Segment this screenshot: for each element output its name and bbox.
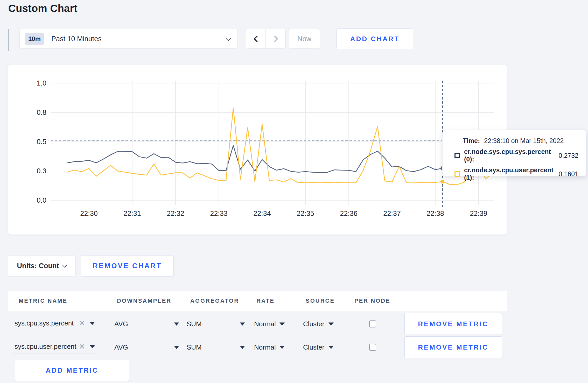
caret-down-icon <box>279 322 285 325</box>
remove-chart-button[interactable]: REMOVE CHART <box>81 255 174 276</box>
rate-value: Normal <box>254 320 276 328</box>
metric-row-user: sys.cpu.user.percent ✕ AVG SUM Normal Cl… <box>8 336 507 358</box>
remove-chart-label: REMOVE CHART <box>93 262 162 270</box>
y-axis-tick-label: 1.0 <box>37 79 46 87</box>
header-aggregator: AGGREGATOR <box>190 291 239 311</box>
user-series-legend-icon <box>454 171 460 177</box>
add-metric-label: ADD METRIC <box>46 366 98 374</box>
metric-name-value: sys.cpu.user.percent <box>15 343 76 351</box>
remove-metric-label: REMOVE METRIC <box>418 343 488 351</box>
x-axis-tick-label: 22:35 <box>297 210 314 217</box>
downsampler-select[interactable]: AVG <box>114 320 179 328</box>
tooltip-user-label: cr.node.sys.cpu.user.percent (1): <box>464 166 555 181</box>
remove-metric-label: REMOVE METRIC <box>418 320 488 328</box>
x-axis-tick-label: 22:30 <box>80 210 98 217</box>
caret-down-icon <box>174 346 179 349</box>
metric-name-select[interactable]: sys.cpu.user.percent ✕ <box>13 341 96 353</box>
per-node-checkbox[interactable] <box>369 344 376 351</box>
metric-row-sys: sys.cpu.sys.percent ✕ AVG SUM Normal Clu… <box>8 313 507 335</box>
aggregator-select[interactable]: SUM <box>187 343 245 351</box>
aggregator-value: SUM <box>187 343 202 351</box>
add-chart-button[interactable]: ADD CHART <box>337 29 413 49</box>
clear-metric-icon[interactable]: ✕ <box>79 343 85 350</box>
per-node-checkbox[interactable] <box>369 321 376 328</box>
source-value: Cluster <box>303 343 324 351</box>
units-select-label: Units: Count <box>17 262 59 270</box>
chevron-left-icon <box>254 36 260 42</box>
header-per-node: PER NODE <box>354 291 390 311</box>
rate-select[interactable]: Normal <box>254 320 285 328</box>
y-axis-tick-label: 0.5 <box>37 138 46 146</box>
header-metric-name: METRIC NAME <box>19 291 67 311</box>
y-axis-tick-label: 0.8 <box>37 109 46 116</box>
source-select[interactable]: Cluster <box>303 343 334 351</box>
tooltip-time-row: Time: 22:38:10 on Mar 15th, 2022 <box>463 137 578 145</box>
x-axis-tick-label: 22:32 <box>167 210 184 217</box>
units-select[interactable]: Units: Count <box>8 255 76 276</box>
caret-down-icon <box>328 322 334 325</box>
clear-metric-icon[interactable]: ✕ <box>79 320 85 327</box>
header-source: SOURCE <box>306 291 335 311</box>
downsampler-value: AVG <box>114 343 128 351</box>
remove-metric-button[interactable]: REMOVE METRIC <box>404 313 502 335</box>
aggregator-select[interactable]: SUM <box>187 320 245 328</box>
time-range-select[interactable]: 10m Past 10 Minutes <box>19 29 238 49</box>
now-button[interactable]: Now <box>289 29 320 49</box>
add-metric-button[interactable]: ADD METRIC <box>15 360 129 381</box>
time-range-label: Past 10 Minutes <box>51 35 102 43</box>
next-time-button[interactable] <box>266 29 286 49</box>
custom-chart-page: { "page_title": "Custom Chart", "toolbar… <box>0 0 588 383</box>
caret-down-icon[interactable] <box>90 345 95 348</box>
sys-series-legend-icon <box>454 153 460 158</box>
aggregator-value: SUM <box>187 320 202 328</box>
chevron-right-icon <box>271 36 278 42</box>
metric-name-value: sys.cpu.sys.percent <box>15 319 74 327</box>
x-axis-tick-label: 22:33 <box>210 210 228 217</box>
header-downsampler: DOWNSAMPLER <box>117 291 171 311</box>
metric-name-select[interactable]: sys.cpu.sys.percent ✕ <box>13 318 96 330</box>
tooltip-series-row: cr.node.sys.cpu.user.percent (1): 0.1601 <box>454 166 578 181</box>
remove-metric-button[interactable]: REMOVE METRIC <box>404 336 502 358</box>
caret-down-icon <box>240 322 245 325</box>
caret-down-icon <box>240 346 245 349</box>
rate-value: Normal <box>254 343 276 351</box>
tooltip-time-value: 22:38:10 on Mar 15th, 2022 <box>484 137 564 145</box>
chevron-down-icon <box>62 263 67 267</box>
tooltip-sys-label: cr.node.sys.cpu.sys.percent (0): <box>464 148 555 163</box>
add-chart-label: ADD CHART <box>350 35 400 43</box>
series-line-1 <box>67 108 493 185</box>
x-axis-tick-label: 22:31 <box>123 210 141 217</box>
prev-time-button[interactable] <box>246 29 266 49</box>
tooltip-series-row: cr.node.sys.cpu.sys.percent (0): 0.2732 <box>454 148 578 163</box>
page-title: Custom Chart <box>8 3 78 14</box>
source-value: Cluster <box>303 320 324 328</box>
tooltip-sys-value: 0.2732 <box>559 152 578 159</box>
rate-select[interactable]: Normal <box>254 343 285 351</box>
hover-marker-1 <box>441 180 444 183</box>
chart-card[interactable]: 0.00.30.50.81.022:3022:3122:3222:3322:34… <box>8 64 507 235</box>
caret-down-icon[interactable] <box>90 322 95 325</box>
caret-down-icon <box>174 322 179 325</box>
x-axis-tick-label: 22:39 <box>470 210 487 217</box>
y-axis-tick-label: 0.3 <box>37 167 46 175</box>
chart-tooltip: Time: 22:38:10 on Mar 15th, 2022 cr.node… <box>442 130 586 176</box>
metrics-table-header: METRIC NAME DOWNSAMPLER AGGREGATOR RATE … <box>8 291 507 311</box>
tooltip-user-value: 0.1601 <box>559 170 578 178</box>
x-axis-tick-label: 22:37 <box>383 210 401 217</box>
time-range-badge: 10m <box>25 33 44 45</box>
series-line-0 <box>67 146 493 173</box>
chevron-down-icon <box>226 35 231 41</box>
y-axis-tick-label: 0.0 <box>37 196 46 204</box>
cpu-usage-chart[interactable]: 0.00.30.50.81.022:3022:3122:3222:3322:34… <box>8 65 507 235</box>
downsampler-select[interactable]: AVG <box>114 343 179 351</box>
source-select[interactable]: Cluster <box>303 320 334 328</box>
toolbar-divider <box>8 29 9 51</box>
x-axis-tick-label: 22:38 <box>426 210 444 217</box>
time-window-nav <box>246 29 286 49</box>
x-axis-tick-label: 22:36 <box>340 210 358 217</box>
caret-down-icon <box>279 346 285 349</box>
caret-down-icon <box>328 346 334 349</box>
downsampler-value: AVG <box>114 320 128 328</box>
tooltip-time-label: Time: <box>463 137 480 145</box>
header-rate: RATE <box>256 291 275 311</box>
